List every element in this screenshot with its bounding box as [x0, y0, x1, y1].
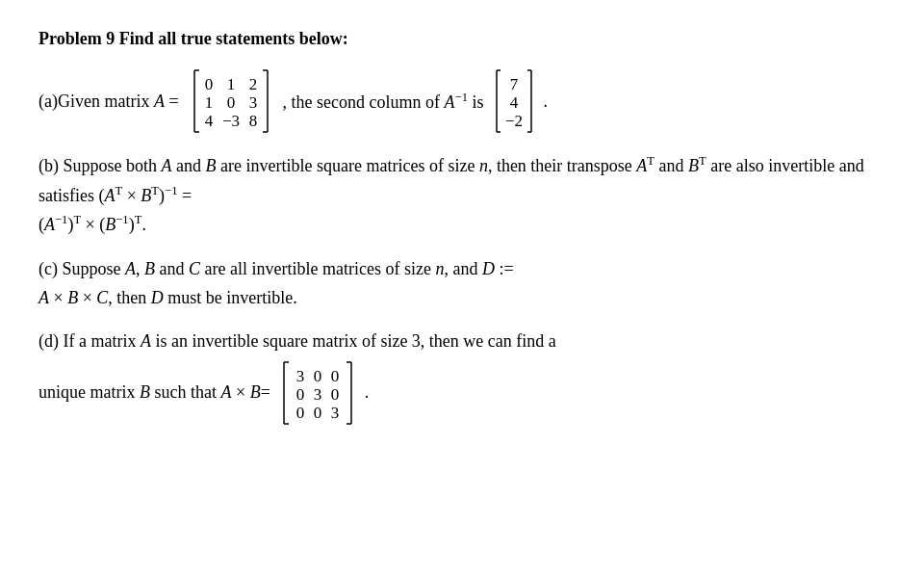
svg-text:0: 0: [296, 404, 305, 422]
problem-number: Problem 9: [38, 29, 115, 48]
matrix-col-svg: 7 4 −2: [493, 66, 535, 136]
svg-text:3: 3: [248, 93, 257, 112]
svg-text:3: 3: [296, 367, 305, 385]
svg-text:0: 0: [204, 75, 213, 93]
svg-text:0: 0: [331, 385, 340, 404]
part-d-line2: unique matrix B such that A × B= 3 0 0: [38, 358, 886, 428]
part-c-text: (c) Suppose A, B and C are all invertibl…: [38, 259, 514, 307]
matrix-B: 3 0 0 0 3 0 0 0 3: [279, 358, 356, 428]
part-d-period: .: [365, 379, 370, 407]
svg-text:7: 7: [509, 75, 518, 93]
matrix-A: 0 1 2 1 0 3 4 −3 8: [188, 66, 274, 136]
svg-text:1: 1: [204, 93, 213, 112]
part-d-text-before: (d) If a matrix A is an invertible squar…: [38, 331, 556, 351]
part-d-line1: (d) If a matrix A is an invertible squar…: [38, 328, 886, 356]
svg-text:0: 0: [331, 367, 340, 385]
svg-text:2: 2: [248, 75, 257, 93]
svg-text:3: 3: [314, 385, 322, 404]
svg-text:4: 4: [204, 112, 213, 130]
svg-text:1: 1: [226, 75, 235, 93]
problem-container: Problem 9 Find all true statements below…: [38, 29, 886, 428]
part-a: (a)Given matrix A = 0 1 2 1 0 3: [38, 66, 886, 136]
part-b-label: (b) Suppose both A and B are invertible …: [38, 156, 864, 205]
svg-text:3: 3: [331, 404, 340, 422]
svg-text:0: 0: [226, 93, 235, 112]
svg-text:4: 4: [509, 93, 518, 112]
part-d: (d) If a matrix A is an invertible squar…: [38, 328, 886, 428]
problem-instruction: Find all true statements below:: [119, 29, 348, 48]
part-b-result: (A−1)T × (B−1)T.: [38, 215, 146, 234]
matrix-A-svg: 0 1 2 1 0 3 4 −3 8: [188, 66, 274, 136]
svg-text:0: 0: [314, 367, 322, 385]
part-c: (c) Suppose A, B and C are all invertibl…: [38, 255, 886, 312]
problem-title: Problem 9 Find all true statements below…: [38, 29, 886, 49]
part-a-label: (a)Given matrix A =: [38, 92, 179, 112]
part-a-period: .: [544, 92, 549, 112]
part-d-text-middle: unique matrix B such that A × B=: [38, 379, 270, 407]
svg-text:0: 0: [314, 404, 322, 422]
part-a-middle-text: , the second column of A−1 is: [283, 91, 484, 113]
matrix-B-svg: 3 0 0 0 3 0 0 0 3: [279, 358, 356, 428]
svg-text:8: 8: [248, 112, 257, 130]
part-b: (b) Suppose both A and B are invertible …: [38, 151, 886, 240]
svg-text:−3: −3: [222, 112, 240, 130]
matrix-col: 7 4 −2: [493, 66, 535, 136]
svg-text:0: 0: [296, 385, 305, 404]
svg-text:−2: −2: [504, 112, 522, 130]
